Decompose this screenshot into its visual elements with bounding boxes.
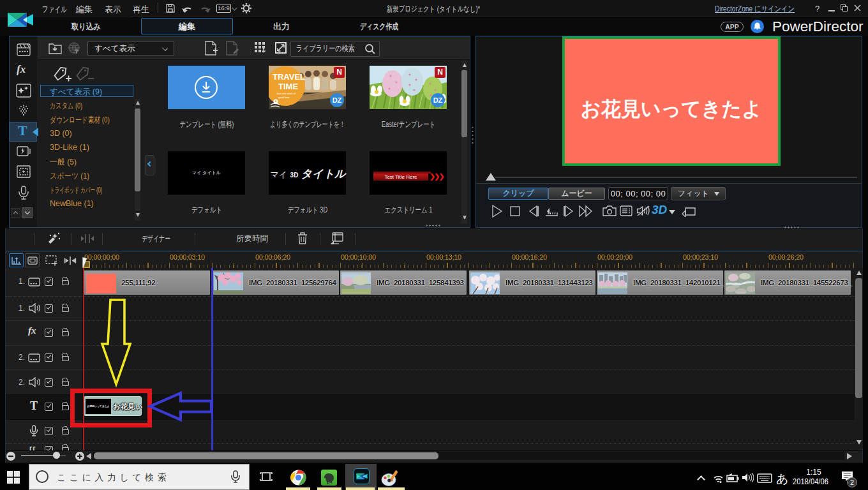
- svg-text:Just one week of: Just one week of: [276, 92, 296, 95]
- svg-text:TIME: TIME: [278, 82, 298, 91]
- svg-text:good time: good time: [278, 96, 290, 99]
- svg-text:TRAVEL: TRAVEL: [273, 72, 305, 82]
